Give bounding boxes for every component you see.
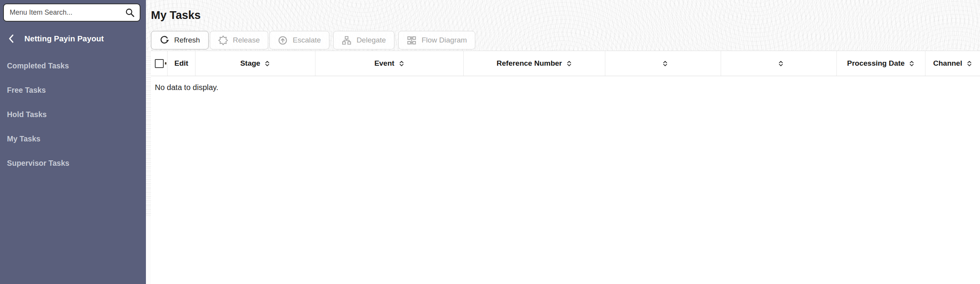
column-header-channel[interactable]: Channel xyxy=(925,51,980,76)
sort-icon[interactable] xyxy=(966,60,972,67)
release-button-label: Release xyxy=(233,36,260,44)
sidebar-header: Netting Payin Payout xyxy=(8,34,142,43)
column-handle-dot xyxy=(165,62,166,65)
column-header-edit: Edit xyxy=(168,51,195,76)
menu-search-input[interactable] xyxy=(10,9,125,17)
escalate-button[interactable]: Escalate xyxy=(269,31,329,49)
flow-diagram-button-label: Flow Diagram xyxy=(421,36,467,44)
sidebar-menu-title: Netting Payin Payout xyxy=(24,34,104,43)
menu-search-box xyxy=(3,3,140,22)
flow-diagram-button[interactable]: Flow Diagram xyxy=(398,31,475,49)
chevron-left-icon[interactable] xyxy=(8,34,18,43)
sidebar-menu: Completed Tasks Free Tasks Hold Tasks My… xyxy=(0,54,146,175)
column-header-processing-date[interactable]: Processing Date xyxy=(837,51,925,76)
refresh-icon xyxy=(159,36,169,45)
task-management-app: Netting Payin Payout Completed Tasks Fre… xyxy=(0,0,980,284)
column-label: Reference Number xyxy=(497,59,562,68)
sidebar-item-my-tasks[interactable]: My Tasks xyxy=(0,127,146,151)
refresh-button-label: Refresh xyxy=(174,36,200,44)
sort-icon[interactable] xyxy=(778,60,784,67)
release-button[interactable]: Release xyxy=(210,31,269,49)
sidebar-item-supervisor-tasks[interactable]: Supervisor Tasks xyxy=(0,151,146,175)
page-title: My Tasks xyxy=(151,9,200,22)
sidebar-item-hold-tasks[interactable]: Hold Tasks xyxy=(0,102,146,127)
release-burst-icon xyxy=(218,36,228,45)
sidebar-item-free-tasks[interactable]: Free Tasks xyxy=(0,78,146,102)
sort-icon[interactable] xyxy=(909,60,915,67)
search-icon[interactable] xyxy=(125,8,135,18)
column-label: Channel xyxy=(933,59,962,68)
flow-diagram-icon xyxy=(407,36,416,45)
column-label: Processing Date xyxy=(847,59,905,68)
empty-table-message: No data to display. xyxy=(151,77,980,92)
column-label: Event xyxy=(374,59,394,68)
tasks-table-header: Edit Stage Event xyxy=(151,51,980,76)
sort-icon[interactable] xyxy=(399,60,404,67)
select-all-checkbox[interactable] xyxy=(155,59,164,68)
refresh-button[interactable]: Refresh xyxy=(151,31,209,49)
column-header-unnamed-1[interactable] xyxy=(605,51,721,76)
main-content: My Tasks Refresh Release xyxy=(146,0,980,284)
sort-icon[interactable] xyxy=(264,60,270,67)
delegate-button-label: Delegate xyxy=(356,36,386,44)
sidebar-item-completed-tasks[interactable]: Completed Tasks xyxy=(0,54,146,78)
column-header-stage[interactable]: Stage xyxy=(195,51,315,76)
escalate-button-label: Escalate xyxy=(293,36,321,44)
column-header-unnamed-2[interactable] xyxy=(721,51,837,76)
column-header-select-all xyxy=(151,51,168,76)
delegate-button[interactable]: Delegate xyxy=(333,31,394,49)
column-header-reference-number[interactable]: Reference Number xyxy=(464,51,605,76)
sidebar: Netting Payin Payout Completed Tasks Fre… xyxy=(0,0,146,284)
sort-icon[interactable] xyxy=(662,60,668,67)
column-label: Edit xyxy=(175,59,188,68)
toolbar: Refresh Release Escalate xyxy=(151,31,475,49)
column-header-event[interactable]: Event xyxy=(315,51,464,76)
delegate-hierarchy-icon xyxy=(342,36,351,45)
tasks-table-body: No data to display. xyxy=(151,77,980,284)
column-label: Stage xyxy=(240,59,260,68)
escalate-up-arrow-icon xyxy=(278,36,288,45)
sort-icon[interactable] xyxy=(566,60,572,67)
